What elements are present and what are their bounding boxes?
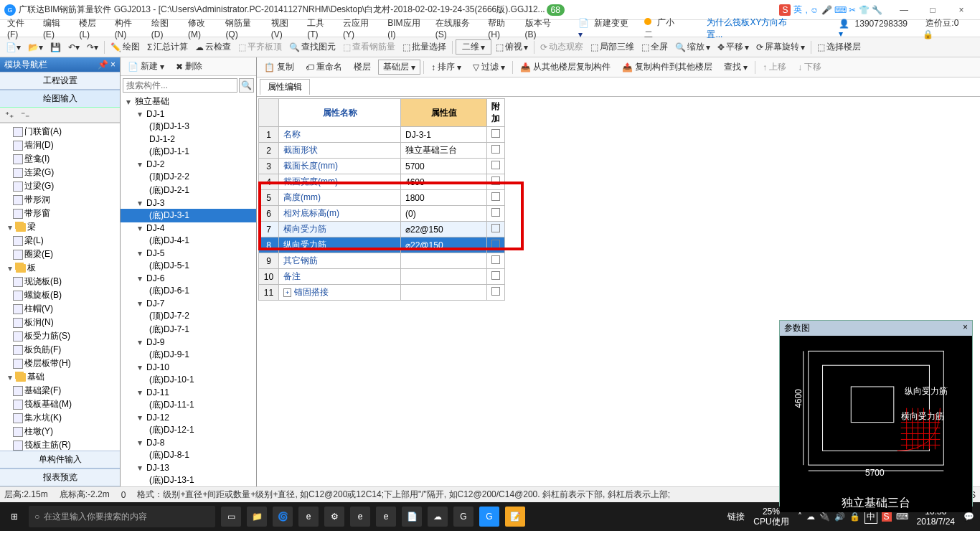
nav-tree-item[interactable]: 螺旋板(B) [0,288,120,302]
task-icon[interactable]: G [479,507,499,527]
param-close-icon[interactable]: × [963,322,968,334]
component-tree-item[interactable]: ▾ DJ-13 [121,462,256,474]
move-down-button[interactable]: ↓下移 [793,60,826,75]
nav-tree-item[interactable]: 门联窗(A) [0,125,120,138]
nav-tree-item[interactable]: 现浇板(B) [0,275,120,288]
menu-item[interactable]: 云应用(Y) [340,17,382,39]
search-icon[interactable]: 🔍 [239,78,254,93]
project-settings-row[interactable]: 工程设置 [0,72,120,90]
cost-bean[interactable]: 造价豆:0 🔒 [920,17,976,39]
component-tree-item[interactable]: (底)DJ-4-1 [121,234,256,248]
task-icon[interactable]: ☁ [428,507,448,527]
menu-item[interactable]: 帮助(H) [485,17,519,39]
component-tree-item[interactable]: (底)DJ-3-1 [121,209,256,222]
copy-from-floor-button[interactable]: 📥从其他楼层复制构件 [516,60,615,75]
property-row[interactable]: 6 相对底标高(m)(0) [259,206,505,222]
save-icon[interactable]: 💾 [47,41,64,54]
component-tree-item[interactable]: (底)DJ-11-1 [121,398,256,412]
menu-item[interactable]: 楼层(L) [76,17,108,39]
property-row[interactable]: 3 截面长度(mm)5700 [259,159,505,174]
find-element-button[interactable]: 🔍查找图元 [286,39,339,55]
task-icon[interactable]: 📁 [247,507,267,527]
rename-button[interactable]: 🏷重命名 [301,60,347,75]
component-tree-item[interactable]: ▾ DJ-5 [121,248,256,259]
component-tree-item[interactable]: ▾ DJ-10 [121,362,256,373]
nav-tree-item[interactable]: 柱帽(V) [0,302,120,316]
zoom-button[interactable]: 🔍缩放▾ [672,39,713,55]
component-tree-item[interactable]: ▾ DJ-12 [121,412,256,423]
floor-select[interactable]: 楼层 [349,60,375,75]
rotate-button[interactable]: ⟳屏幕旋转▾ [753,39,808,55]
tray-cloud-icon[interactable]: ☁ [806,512,815,522]
level-top-button[interactable]: ⬚平齐板顶 [235,39,285,55]
tray-wifi-icon[interactable]: 🔒 [849,512,860,522]
menu-item[interactable]: 钢筋量(Q) [222,17,265,39]
component-tree-item[interactable]: (底)DJ-10-1 [121,373,256,387]
nav-tree-item[interactable]: 筏板基础(M) [0,397,120,411]
component-tree-item[interactable]: ▾ DJ-1 [121,108,256,120]
property-row[interactable]: 7 横向受力筋⌀22@150 [259,222,505,237]
property-row[interactable]: 8 纵向受力筋⌀22@150 [259,237,505,253]
component-tree-item[interactable]: (底)DJ-6-1 [121,284,256,298]
view-button[interactable]: ⬚俯视▾ [493,39,531,55]
component-tree-item[interactable]: ▾ DJ-7 [121,298,256,309]
select-floor-button[interactable]: ⬚选择楼层 [814,39,864,55]
task-icon[interactable]: 🌀 [273,507,293,527]
report-preview-row[interactable]: 报表预览 [0,468,120,486]
move-up-button[interactable]: ↑上移 [758,60,791,75]
maximize-button[interactable]: □ [918,1,947,19]
draw-button[interactable]: ✏️绘图 [108,39,143,55]
nav-tree-item[interactable]: 楼层板带(H) [0,357,120,370]
component-tree-item[interactable]: (底)DJ-5-1 [121,259,256,273]
pin-icon[interactable]: 📌 [98,60,108,70]
property-row[interactable]: 5 高度(mm)1800 [259,190,505,206]
menu-item[interactable]: 构件(N) [112,17,146,39]
component-tree-item[interactable]: ▾ DJ-11 [121,387,256,398]
nav-tree-item[interactable]: 连梁(G) [0,166,120,179]
copy-button[interactable]: 📋复制 [260,60,298,75]
component-tree-item[interactable]: (底)DJ-1-1 [121,145,256,159]
nav-tree-item[interactable]: 板负筋(F) [0,343,120,357]
task-icon[interactable]: e [376,507,396,527]
tray-power-icon[interactable]: 🔌 [819,512,830,522]
property-row[interactable]: 10 备注 [259,269,505,285]
task-icon[interactable]: e [298,507,319,527]
panel-close-icon[interactable]: × [110,60,116,70]
nav-tree-item[interactable]: 集水坑(K) [0,411,120,425]
search-input[interactable] [123,78,237,93]
menu-item[interactable]: 文件(F) [4,17,37,39]
nav-tree-item[interactable]: 壁龛(I) [0,152,120,166]
property-row[interactable]: 4 截面宽度(mm)4600 [259,174,505,190]
property-row[interactable]: 11+ 锚固搭接 [259,285,505,301]
tray-link[interactable]: 链接 [727,511,745,523]
collapse-all-icon[interactable]: ⁻₋ [19,109,32,121]
component-tree-item[interactable]: ▾ 独立基础 [121,95,256,108]
cloud-check-button[interactable]: ☁云检查 [192,39,234,55]
nav-tree-item[interactable]: 带形洞 [0,193,120,207]
nav-tree-item[interactable]: 圈梁(E) [0,248,120,261]
filter-button[interactable]: ▽过滤▾ [468,60,509,75]
ime-indicator[interactable]: S英, ☺ 🎤 ⌨ ✂ 👕 🔧 [779,4,882,16]
menu-item[interactable]: 绘图(D) [149,17,182,39]
task-icon[interactable]: e [350,507,370,527]
component-tree-item[interactable]: ▾ DJ-4 [121,222,256,234]
single-input-row[interactable]: 单构件输入 [0,451,120,468]
nav-tree-item[interactable]: 板洞(N) [0,316,120,329]
sort-button[interactable]: ↕排序▾ [427,60,466,75]
expand-all-icon[interactable]: ⁺₊ [3,109,16,121]
undo-icon[interactable]: ↶▾ [65,41,83,54]
delete-button[interactable]: ✖删除 [171,59,207,74]
task-icon[interactable]: 📝 [505,507,525,527]
menu-item[interactable]: BIM应用(I) [385,17,430,39]
tray-notification-icon[interactable]: 💬 [963,512,974,522]
close-button[interactable]: × [947,1,976,19]
nav-tree-item[interactable]: 过梁(G) [0,179,120,193]
menu-item[interactable]: 编辑(E) [40,17,74,39]
component-tree-item[interactable]: ▾ DJ-3 [121,197,256,209]
task-icon[interactable]: ⚙ [324,507,344,527]
new-file-icon[interactable]: 📄▾ [3,41,24,54]
new-variant-button[interactable]: 📄 新建变更 ▾ [575,17,639,39]
base-floor-select[interactable]: 基础层 ▾ [378,60,420,75]
redo-icon[interactable]: ↷▾ [84,41,101,54]
help-link[interactable]: 为什么筏板XY方向布置... [704,17,802,41]
